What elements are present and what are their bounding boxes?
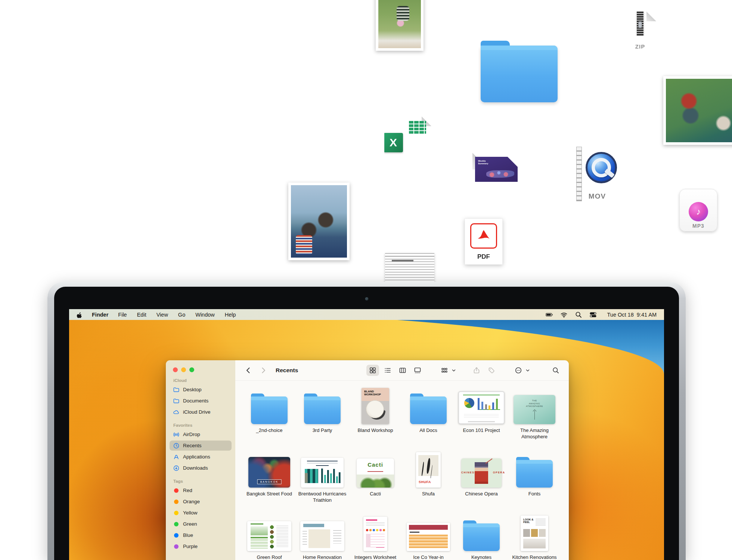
spotlight-search-icon[interactable]	[575, 311, 582, 318]
zoom-button[interactable]	[189, 367, 194, 372]
menu-go[interactable]: Go	[178, 312, 185, 318]
sidebar-item-label: Recents	[183, 443, 202, 448]
app-menu-finder[interactable]: Finder	[92, 312, 108, 318]
wifi-icon[interactable]	[560, 311, 568, 318]
file-thumbnail: SHUFA	[416, 450, 441, 488]
file-shufa[interactable]: SHUFAShufa	[402, 450, 455, 514]
document-thumbnail: BANGKOK	[248, 457, 290, 488]
sidebar-item-orange[interactable]: Orange	[170, 497, 232, 507]
search-button[interactable]	[549, 365, 562, 376]
file-brentwood-hurricanes-triathlon[interactable]: Brentwood Hurricanes Triathlon	[296, 450, 349, 514]
file-label: All Docs	[419, 427, 437, 434]
zip-file-icon[interactable]: ZIP	[624, 12, 656, 53]
forward-button[interactable]	[257, 365, 270, 376]
finder-toolbar: Recents	[235, 360, 569, 381]
sidebar-item-recents[interactable]: Recents	[170, 441, 232, 451]
view-columns-button[interactable]	[396, 365, 409, 376]
sidebar-item-blue[interactable]: Blue	[170, 530, 232, 540]
mov-file-icon[interactable]: MOV	[573, 144, 621, 204]
pdf-file-icon[interactable]: PDF	[465, 218, 503, 265]
excel-x-icon: X	[384, 133, 403, 152]
sidebar-item-label: Desktop	[183, 387, 202, 392]
excel-file-icon[interactable]: X	[384, 116, 431, 172]
file-econ-101-project[interactable]: Econ 101 Project	[455, 387, 508, 450]
blue-folder[interactable]	[481, 46, 558, 102]
file-thumbnail	[407, 514, 450, 551]
sidebar-item-red[interactable]: Red	[170, 485, 232, 495]
control-center-icon[interactable]	[589, 311, 597, 318]
file-thumbnail	[304, 387, 341, 424]
mp3-file-icon[interactable]: ♪ MP3	[679, 189, 717, 231]
menu-bar-clock[interactable]: Tue Oct 18 9:41 AM	[607, 312, 657, 318]
photo-child[interactable]	[376, 0, 424, 51]
battery-icon[interactable]	[546, 311, 553, 318]
menu-help[interactable]: Help	[225, 312, 236, 318]
file-2nd-choice[interactable]: _2nd-choice	[243, 387, 296, 450]
camera-icon	[365, 297, 368, 301]
sidebar-item-desktop[interactable]: Desktop	[170, 385, 232, 395]
sidebar-item-applications[interactable]: Applications	[170, 452, 232, 462]
tags-button[interactable]	[485, 365, 498, 376]
weekly-summary-doc[interactable]: Weekly Summary	[472, 153, 520, 184]
menu-bar: Finder FileEditViewGoWindowHelp	[69, 309, 664, 320]
close-button[interactable]	[173, 367, 178, 372]
folder-icon	[463, 523, 500, 551]
file-integers-worksheet[interactable]: Integers Worksheet	[349, 514, 402, 560]
sidebar-item-green[interactable]: Green	[170, 519, 232, 529]
photo-children-outdoor[interactable]	[663, 76, 732, 145]
file-the-amazing-atmosphere[interactable]: THE AMAZING ATMOSPHEREThe Amazing Atmosp…	[508, 387, 561, 450]
sidebar-item-downloads[interactable]: Downloads	[170, 463, 232, 473]
sidebar-item-yellow[interactable]: Yellow	[170, 508, 232, 518]
sidebar-item-documents[interactable]: Documents	[170, 396, 232, 406]
sidebar-item-label: Applications	[183, 454, 210, 460]
share-button[interactable]	[470, 365, 483, 376]
pdf-label: PDF	[465, 253, 502, 261]
view-list-button[interactable]	[381, 365, 394, 376]
file-ice-co-year-in[interactable]: Ice Co Year-in	[402, 514, 455, 560]
slide-title: Weekly Summary	[478, 160, 488, 165]
file-thumbnail	[410, 387, 447, 424]
tag-dot-orange	[174, 500, 179, 504]
photo-image	[666, 79, 732, 142]
file-thumbnail	[363, 514, 387, 551]
menu-window[interactable]: Window	[195, 312, 215, 318]
file-label: Green Roof	[257, 554, 282, 560]
file-keynotes[interactable]: Keynotes	[455, 514, 508, 560]
file-3rd-party[interactable]: 3rd Party	[296, 387, 349, 450]
sidebar-item-label: Green	[183, 521, 197, 527]
apple-menu[interactable]	[77, 311, 82, 318]
more-button[interactable]	[512, 365, 525, 376]
file-fonts[interactable]: Fonts	[508, 450, 561, 514]
clock-icon	[173, 442, 180, 449]
file-label: _2nd-choice	[256, 427, 283, 434]
group-button[interactable]	[438, 365, 451, 376]
file-kitchen-renovations[interactable]: LOOK & FEELKitchen Renovations	[508, 514, 561, 560]
menu-edit[interactable]: Edit	[137, 312, 146, 318]
file-thumbnail: THE AMAZING ATMOSPHERE	[514, 387, 555, 424]
file-bland-workshop[interactable]: BLAND WORKSHOPBland Workshop	[349, 387, 402, 450]
file-bangkok-street-food[interactable]: BANGKOKBangkok Street Food	[243, 450, 296, 514]
file-green-roof[interactable]: Green Roof	[243, 514, 296, 560]
menu-file[interactable]: File	[118, 312, 127, 318]
zipper-pull	[638, 21, 642, 28]
minimize-button[interactable]	[181, 367, 186, 372]
file-label: Ice Co Year-in	[413, 554, 444, 560]
sidebar-item-icloud-drive[interactable]: iCloud Drive	[170, 407, 232, 417]
file-label: Chinese Opera	[465, 491, 497, 497]
file-label: Bangkok Street Food	[246, 491, 292, 497]
sidebar-item-airdrop[interactable]: AirDrop	[170, 429, 232, 439]
chevron-down-icon	[525, 368, 530, 373]
view-grid-button[interactable]	[366, 365, 379, 376]
back-button[interactable]	[242, 365, 255, 376]
file-cacti[interactable]: CactiCacti	[349, 450, 402, 514]
menu-view[interactable]: View	[156, 312, 168, 318]
view-gallery-button[interactable]	[411, 365, 424, 376]
file-chinese-opera[interactable]: CHINESE OPERAChinese Opera	[455, 450, 508, 514]
sidebar-item-purple[interactable]: Purple	[170, 541, 232, 551]
window-controls	[173, 367, 232, 372]
photo-selfie[interactable]	[288, 183, 350, 260]
file-all-docs[interactable]: All Docs	[402, 387, 455, 450]
document-thumbnail: SHUFA	[416, 452, 441, 488]
file-home-renovation[interactable]: Home Renovation	[296, 514, 349, 560]
finder-window: iCloudDesktopDocumentsiCloud DriveFavori…	[166, 360, 569, 560]
